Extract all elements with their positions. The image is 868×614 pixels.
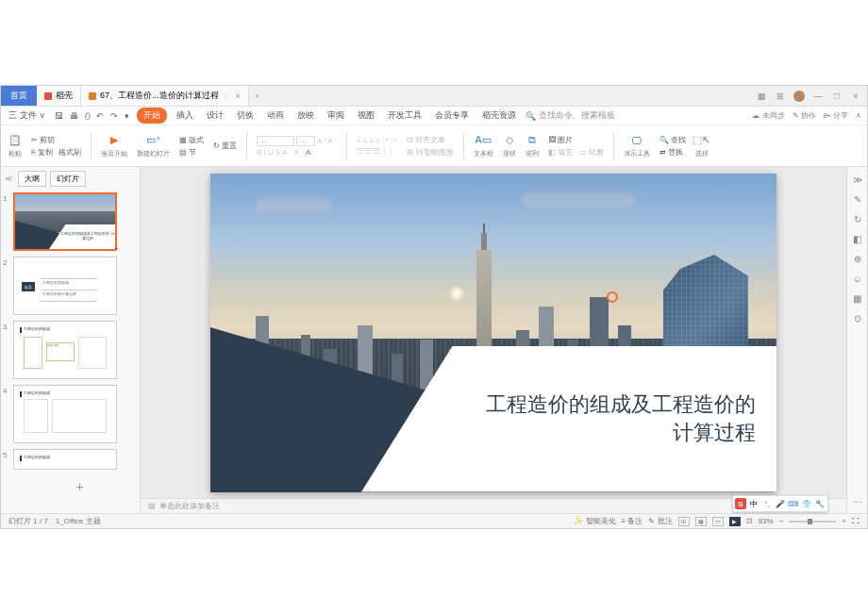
textbox-group[interactable]: A▭ 文本框 <box>474 134 493 158</box>
thumb-1[interactable]: 工程造价的组成及工程造价的 计算过程 <box>13 192 117 251</box>
menu-resources[interactable]: 稻壳资源 <box>478 109 520 122</box>
paste-group[interactable]: 📋 粘贴 <box>8 134 22 158</box>
expand-pane-icon[interactable]: ≫ <box>853 174 862 185</box>
undo-icon[interactable]: ↶ <box>94 111 106 121</box>
from-current-group[interactable]: ▶ 当页开始 <box>101 134 127 158</box>
shape-group[interactable]: ◇ 形状 <box>503 134 516 158</box>
font-select[interactable]: — <box>257 136 294 146</box>
replace-icon[interactable]: ⇄ <box>659 148 666 157</box>
animation-pane-icon[interactable]: ↻ <box>854 214 861 224</box>
add-slide-button[interactable]: + <box>3 475 138 498</box>
redo-icon[interactable]: ↷ <box>108 111 120 121</box>
search-placeholder[interactable]: 查找命令、搜索模板 <box>539 109 615 122</box>
help-pane-icon[interactable]: ⊙ <box>854 313 861 324</box>
layout-icon[interactable]: ▦ <box>179 136 187 144</box>
find-icon[interactable]: 🔍 <box>659 136 669 144</box>
menu-review[interactable]: 审阅 <box>324 109 348 122</box>
menu-animation[interactable]: 动画 <box>263 109 288 122</box>
tab-home[interactable]: 首页 <box>1 86 37 106</box>
menu-design[interactable]: 设计 <box>203 109 227 122</box>
slides-tab[interactable]: 幻灯片 <box>50 171 86 187</box>
reset-icon[interactable]: ↻ <box>213 141 220 150</box>
apps-icon[interactable]: ⊞ <box>775 91 786 102</box>
new-slide-group[interactable]: ▭⁺ 新建幻灯片 <box>137 134 170 158</box>
thumb-5[interactable]: 工程造价的组成 <box>13 449 117 470</box>
favorite-icon[interactable]: ♡ <box>223 92 228 100</box>
view-normal[interactable]: ⊞ <box>678 517 690 526</box>
menu-start[interactable]: 开始 <box>137 108 167 124</box>
bold-icon[interactable]: B <box>257 148 261 157</box>
outline-tab[interactable]: 大纲 <box>18 171 46 187</box>
asset-pane-icon[interactable]: ⊕ <box>854 254 861 264</box>
strike-icon[interactable]: S <box>275 148 280 157</box>
preview-icon[interactable]: ⎙ <box>83 111 92 121</box>
ime-punct-icon[interactable]: °, <box>761 498 773 509</box>
template-pane-icon[interactable]: ▦ <box>853 293 861 304</box>
view-slideshow[interactable]: ▶ <box>729 517 741 526</box>
slide-canvas[interactable]: 工程造价的组成及工程造价的 计算过程 <box>210 174 776 492</box>
format-painter-label[interactable]: 格式刷 <box>58 147 81 158</box>
zoom-out[interactable]: − <box>779 517 784 525</box>
cut-icon[interactable]: ✂ <box>31 136 38 144</box>
menu-slideshow[interactable]: 放映 <box>293 109 318 122</box>
tab-docer[interactable]: 稻壳 <box>37 86 81 106</box>
font-size-select[interactable]: — <box>296 136 315 146</box>
thumb-2[interactable]: 目录 工程造价的组成 工程造价的计算过程 <box>13 257 117 315</box>
tools-group[interactable]: 🖵 演示工具 <box>624 134 650 158</box>
search-icon[interactable]: 🔍 <box>526 111 536 121</box>
comments-toggle[interactable]: ✎ 批注 <box>648 516 672 526</box>
design-pane-icon[interactable]: ✎ <box>854 194 861 205</box>
ime-keyboard-icon[interactable]: ⌨ <box>788 498 799 509</box>
ppt-icon <box>89 92 96 100</box>
menu-dev[interactable]: 开发工具 <box>384 109 426 122</box>
underline-icon[interactable]: U <box>268 148 274 157</box>
zoom-in[interactable]: + <box>842 517 846 525</box>
file-menu[interactable]: 三 文件 ∨ <box>7 109 47 122</box>
fullscreen-icon[interactable]: ⛶ <box>852 517 860 525</box>
window-minimize[interactable]: — <box>812 91 824 102</box>
image-icon[interactable]: 🖼 <box>548 136 556 144</box>
panel-collapse-icon[interactable]: ≪ <box>5 174 12 183</box>
menu-member[interactable]: 会员专享 <box>431 109 473 122</box>
ime-toolbar[interactable]: S 中 °, 🎤 ⌨ 👕 🔧 <box>732 495 828 512</box>
copy-icon[interactable]: ⎘ <box>31 148 36 157</box>
coop-button[interactable]: ✎ 协作 <box>793 110 816 121</box>
menu-collapse-icon[interactable]: ∧ <box>856 111 861 120</box>
smart-beautify[interactable]: ✨ 智能美化 <box>574 516 615 526</box>
tab-add[interactable]: + <box>249 86 265 106</box>
grid-icon[interactable]: ▦ <box>756 91 767 102</box>
ime-voice-icon[interactable]: 🎤 <box>775 498 786 509</box>
sync-status[interactable]: ☁ 未同步 <box>752 110 784 121</box>
print-icon[interactable]: 🖶 <box>68 111 80 121</box>
tab-close[interactable]: × <box>236 91 241 101</box>
zoom-value[interactable]: 83% <box>759 517 774 525</box>
window-close[interactable]: × <box>850 91 861 102</box>
menu-transition[interactable]: 切换 <box>233 109 258 122</box>
more-pane-icon[interactable]: ⋯ <box>853 497 862 507</box>
ai-pane-icon[interactable]: ☺ <box>852 274 861 284</box>
ime-skin-icon[interactable]: 👕 <box>801 498 812 509</box>
view-sorter[interactable]: ▦ <box>695 517 707 526</box>
thumb-4[interactable]: 工程造价的组成 <box>13 385 117 443</box>
share-button[interactable]: ⌲ 分享 <box>824 110 848 121</box>
window-maximize[interactable]: □ <box>831 91 843 102</box>
style-pane-icon[interactable]: ◧ <box>853 234 861 244</box>
zoom-fit[interactable]: ⊡ <box>746 517 753 525</box>
save-icon[interactable]: 🖫 <box>53 111 65 121</box>
ime-tool-icon[interactable]: 🔧 <box>814 498 826 509</box>
select-group[interactable]: ⬚↖ 选择 <box>695 134 709 158</box>
qat-more[interactable]: ▾ <box>123 111 131 121</box>
notes-toggle[interactable]: ≡ 备注 <box>622 516 643 526</box>
menu-view[interactable]: 视图 <box>354 109 378 122</box>
tab-document[interactable]: 67、工程造价...造价的计算过程 ♡ × <box>81 86 249 106</box>
ime-lang-icon[interactable]: 中 <box>748 498 760 509</box>
thumb-3[interactable]: 工程造价的组成 整体分解 <box>13 321 117 379</box>
section-icon[interactable]: ▤ <box>179 148 187 157</box>
menu-insert[interactable]: 插入 <box>173 109 197 122</box>
avatar[interactable] <box>793 91 805 102</box>
view-reading[interactable]: ▭ <box>712 517 724 526</box>
italic-icon[interactable]: I <box>264 148 266 157</box>
zoom-slider[interactable] <box>789 521 836 523</box>
title-bar: 首页 稻壳 67、工程造价...造价的计算过程 ♡ × + ▦ ⊞ — □ × <box>1 86 867 107</box>
arrange-group[interactable]: ⧉ 排列 <box>526 134 539 158</box>
